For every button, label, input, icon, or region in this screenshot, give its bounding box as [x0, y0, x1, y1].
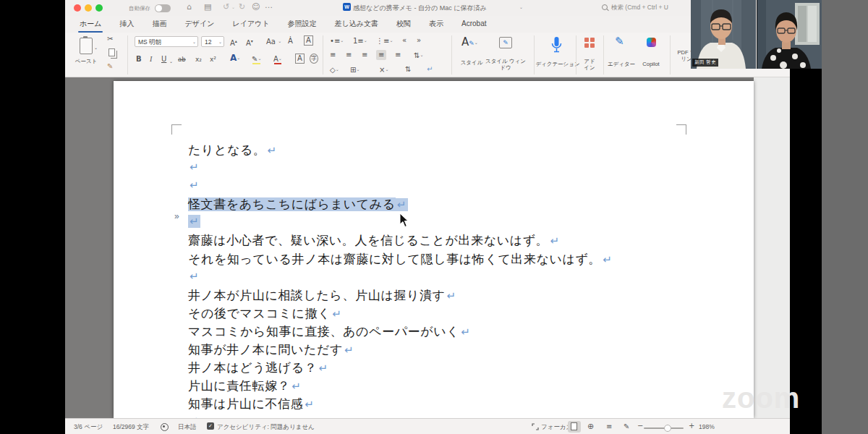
paste-label[interactable]: ペースト — [68, 59, 104, 65]
line-spacing-button[interactable]: ⇅⌄ — [414, 50, 423, 61]
undo-chevron-icon[interactable]: ⌄ — [231, 4, 235, 9]
autosave-toggle[interactable] — [155, 4, 171, 12]
bullet-list-button[interactable]: •≡⌄ — [330, 35, 344, 46]
doc-line[interactable]: たりとなる。↵ — [188, 142, 613, 160]
copilot-label[interactable]: Copilot — [634, 61, 668, 68]
zoom-slider[interactable] — [644, 427, 684, 429]
zoom-slider-thumb[interactable] — [664, 425, 671, 432]
italic-button[interactable]: I — [150, 54, 152, 64]
styles-icon[interactable]: A✎⌄ — [461, 37, 478, 48]
focus-expand-icon[interactable] — [532, 423, 539, 430]
dictation-mic-icon[interactable] — [551, 36, 562, 56]
distribute-button[interactable]: ≡ — [395, 50, 401, 60]
sort-button[interactable]: ⇅ — [405, 64, 411, 75]
styles-window-icon[interactable]: ✎ — [499, 37, 512, 48]
font-color-button[interactable]: A⌄ — [273, 54, 282, 64]
print-layout-view-button[interactable] — [568, 421, 581, 433]
shrink-font-button[interactable]: A▾ — [246, 36, 253, 48]
borders-button[interactable]: ⊞⌄ — [350, 64, 359, 75]
outline-view-icon[interactable]: ≡ — [606, 422, 612, 430]
minimize-window-icon[interactable] — [85, 4, 92, 12]
zoom-out-icon[interactable]: − — [637, 422, 643, 430]
ribbon-tab[interactable]: 描画 — [150, 17, 168, 33]
align-left-button[interactable]: ≡ — [330, 50, 336, 60]
participant-video-1[interactable]: 新田 哲史 — [691, 0, 756, 69]
align-right-button[interactable]: ≡ — [362, 50, 367, 60]
doc-line[interactable]: 井ノ本はどう逃げる？↵ — [188, 359, 613, 378]
grow-font-button[interactable]: A▴ — [230, 36, 237, 48]
strikethrough-button[interactable]: ab — [178, 54, 186, 64]
font-size-box[interactable]: 12 ⌄ — [201, 36, 224, 47]
language-status[interactable]: 日本語 — [178, 423, 197, 432]
formatting-marks-button[interactable]: ↵ — [427, 64, 433, 75]
draft-view-icon[interactable]: ✎ — [624, 422, 629, 430]
accessibility-status[interactable]: アクセシビリティ: 問題ありません — [217, 423, 315, 432]
feedback-icon[interactable]: ☺ — [252, 2, 260, 12]
paste-icon[interactable] — [80, 38, 93, 54]
search-icon[interactable] — [602, 4, 608, 10]
copy-icon[interactable] — [109, 48, 115, 56]
change-case-button[interactable]: Aa ⌄ — [266, 36, 281, 47]
doc-line[interactable]: ↵ — [188, 269, 613, 287]
subscript-button[interactable]: x₂ — [195, 54, 202, 64]
doc-line[interactable]: ↵ — [188, 178, 613, 196]
phonetic-guide-button[interactable]: Ȧ — [288, 36, 293, 46]
redo-icon[interactable]: ↻ — [239, 2, 245, 12]
character-tools-button[interactable]: ×⌄ — [379, 64, 388, 75]
underline-chevron-icon[interactable]: ⌄ — [169, 56, 173, 67]
bold-button[interactable]: B — [136, 54, 142, 64]
multilevel-list-button[interactable]: ⋮≡⌄ — [376, 35, 393, 46]
ribbon-tab[interactable]: 挿入 — [118, 17, 135, 33]
addins-label[interactable]: アドイン — [582, 59, 597, 71]
ribbon-tab[interactable]: Acrobat — [460, 17, 488, 31]
web-layout-view-icon[interactable]: ⊕ — [587, 422, 594, 431]
superscript-button[interactable]: x² — [210, 54, 216, 64]
page-count[interactable]: 3/6 ページ — [74, 423, 103, 432]
ribbon-tab[interactable]: 校閲 — [395, 17, 412, 33]
home-icon[interactable]: ⌂ — [187, 2, 192, 12]
more-menu-icon[interactable]: … — [265, 1, 273, 10]
character-border-button[interactable]: A — [304, 35, 313, 46]
increase-indent-button[interactable]: » — [417, 35, 421, 46]
doc-line[interactable]: その後でマスコミに撒く↵ — [188, 305, 613, 323]
document-title[interactable]: 感想などの携帯メモ - 自分の Mac に保存済み — [353, 4, 487, 13]
underline-button[interactable]: U — [161, 54, 166, 64]
search-label[interactable]: 検索 (Cmd + Ctrl + U — [611, 4, 668, 12]
align-center-button[interactable]: ≡ — [346, 50, 352, 60]
shading-button[interactable]: ◇⌄ — [330, 64, 339, 75]
numbered-list-button[interactable]: 1≡⌄ — [353, 35, 367, 46]
doc-line[interactable]: それを知っている井ノ本は齋藤に対して隠し事は怖くて出来ないはず。↵ — [188, 251, 613, 269]
text-effects-button[interactable]: A⌄ — [230, 53, 240, 63]
cut-icon[interactable]: ✂ — [107, 34, 113, 44]
editor-icon[interactable]: ✎ — [615, 36, 624, 46]
enclose-characters-button[interactable]: 字 — [310, 54, 318, 64]
paste-chevron-icon[interactable]: ⌄ — [94, 43, 98, 53]
format-painter-icon[interactable]: ✎ — [107, 61, 113, 72]
save-icon[interactable]: ▤ — [204, 2, 211, 12]
doc-line[interactable]: 齋藤は小心者で、疑い深い。人を信じることが出来ないはず。↵ — [188, 232, 613, 250]
doc-line[interactable]: 知事が井ノ本に問いただす↵ — [188, 341, 613, 359]
copilot-icon[interactable] — [647, 38, 656, 47]
ribbon-tab[interactable]: 表示 — [427, 17, 445, 33]
undo-icon[interactable]: ↺ — [223, 2, 229, 12]
addins-icon[interactable] — [584, 38, 595, 48]
participant-video-2[interactable] — [757, 0, 822, 69]
document-page[interactable]: » たりとなる。↵ ↵ ↵ 怪文書をあちこちにばらまいてみる↵ ↵ 齋藤は小心者… — [114, 81, 754, 418]
doc-line[interactable]: ↵ — [188, 160, 613, 178]
char-count[interactable]: 16/2969 文字 — [113, 423, 149, 432]
title-chevron-icon[interactable]: ⌄ — [519, 4, 523, 9]
font-name-chevron-icon[interactable]: ⌄ — [192, 37, 196, 48]
doc-line[interactable]: 怪文書をあちこちにばらまいてみる↵ — [188, 196, 613, 214]
zoom-in-icon[interactable]: + — [689, 422, 694, 430]
scrollbar-track[interactable] — [754, 77, 790, 418]
close-window-icon[interactable] — [74, 4, 81, 12]
font-size-chevron-icon[interactable]: ⌄ — [218, 37, 222, 48]
doc-line[interactable]: 片山に責任転嫁？↵ — [188, 378, 613, 396]
ribbon-tab[interactable]: 参照設定 — [286, 17, 318, 33]
highlight-color-button[interactable]: ✎⌄ — [252, 54, 261, 64]
doc-line[interactable]: マスコミから知事に直接、あのペーパーがいく↵ — [188, 323, 613, 341]
doc-line[interactable]: 井ノ本が片山に相談したら、片山は握り潰す↵ — [188, 287, 613, 305]
font-name-box[interactable]: MS 明朝 ⌄ — [135, 36, 198, 47]
justify-button[interactable]: ≡ — [376, 50, 386, 60]
ribbon-tab[interactable]: デザイン — [183, 17, 216, 33]
